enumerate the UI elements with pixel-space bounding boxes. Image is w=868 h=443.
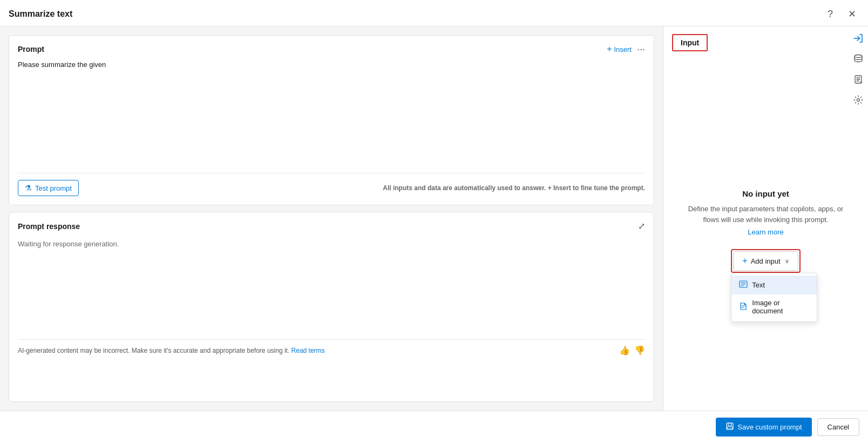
close-icon: ✕ (848, 8, 856, 20)
add-input-label: Add input (751, 257, 781, 265)
prompt-card-footer: ⚗ Test prompt All inputs and data are au… (18, 173, 645, 196)
svg-rect-4 (727, 423, 733, 429)
insert-label: Insert (614, 45, 632, 53)
right-sidebar: Input (663, 26, 868, 411)
add-input-container: + Add input ∨ Text (731, 249, 800, 273)
save-icon (725, 422, 734, 432)
close-button[interactable]: ✕ (844, 6, 859, 22)
more-options-button[interactable]: ··· (637, 44, 645, 54)
flask-icon: ⚗ (25, 184, 32, 192)
footer-hint: All inputs and data are automatically us… (383, 184, 645, 192)
dropdown-item-image[interactable]: Image or document (731, 294, 817, 319)
content-area: Prompt + Insert ··· Please summarize the… (0, 26, 663, 411)
plus-icon: + (607, 44, 612, 54)
test-prompt-label: Test prompt (35, 184, 72, 192)
signin-icon-button[interactable] (853, 33, 864, 44)
test-prompt-button[interactable]: ⚗ Test prompt (18, 180, 79, 196)
help-icon: ? (828, 9, 833, 20)
response-card-title: Prompt response (18, 222, 80, 231)
learn-more-link[interactable]: Learn more (748, 228, 783, 236)
sidebar-content: No input yet Define the input parameters… (663, 51, 868, 411)
response-card-header: Prompt response ⤢ (18, 221, 645, 231)
ellipsis-icon: ··· (637, 44, 645, 55)
add-input-dropdown: Text Image or document (731, 273, 817, 322)
main-layout: Prompt + Insert ··· Please summarize the… (0, 26, 868, 411)
save-custom-prompt-button[interactable]: Save custom prompt (716, 418, 811, 437)
insert-button[interactable]: + Insert (607, 44, 632, 54)
prompt-text[interactable]: Please summarize the given (18, 58, 645, 166)
help-button[interactable]: ? (823, 6, 838, 22)
text-option-label: Text (752, 281, 765, 289)
response-card: Prompt response ⤢ Waiting for response g… (9, 212, 654, 402)
read-terms-link[interactable]: Read terms (291, 347, 325, 354)
title-bar: Summarize text ? ✕ (0, 0, 868, 26)
no-input-title: No input yet (742, 189, 789, 198)
text-icon (739, 280, 748, 290)
page-title: Summarize text (9, 9, 72, 19)
thumbs-up-icon: 👍 (619, 346, 630, 355)
expand-button[interactable]: ⤢ (638, 221, 645, 231)
no-input-desc: Define the input parameters that copilot… (681, 204, 851, 225)
response-card-actions: ⤢ (638, 221, 645, 231)
thumbs-down-button[interactable]: 👎 (634, 345, 645, 355)
document-icon (739, 302, 748, 312)
thumbs-up-button[interactable]: 👍 (619, 345, 630, 355)
bottom-bar: Save custom prompt Cancel (0, 411, 868, 443)
cancel-button[interactable]: Cancel (817, 418, 859, 436)
expand-icon: ⤢ (638, 222, 645, 231)
svg-rect-5 (728, 423, 731, 426)
dropdown-item-text[interactable]: Text (731, 276, 817, 294)
add-input-button[interactable]: + Add input ∨ (733, 251, 798, 271)
image-document-option-label: Image or document (752, 299, 809, 315)
response-footer: AI-generated content may be incorrect. M… (18, 339, 645, 355)
prompt-card-actions: + Insert ··· (607, 44, 645, 54)
signin-icon (853, 33, 864, 44)
prompt-card-header: Prompt + Insert ··· (18, 44, 645, 54)
disclaimer-text: AI-generated content may be incorrect. M… (18, 347, 615, 354)
response-text: Waiting for response generation. (18, 236, 645, 333)
save-label: Save custom prompt (737, 423, 802, 431)
prompt-card: Prompt + Insert ··· Please summarize the… (9, 35, 654, 205)
prompt-card-title: Prompt (18, 45, 44, 53)
input-tab[interactable]: Input (672, 34, 708, 51)
add-plus-icon: + (742, 256, 747, 266)
title-bar-actions: ? ✕ (823, 6, 859, 22)
thumbs-down-icon: 👎 (634, 346, 645, 355)
chevron-down-icon: ∨ (785, 258, 789, 265)
svg-rect-6 (727, 427, 733, 429)
